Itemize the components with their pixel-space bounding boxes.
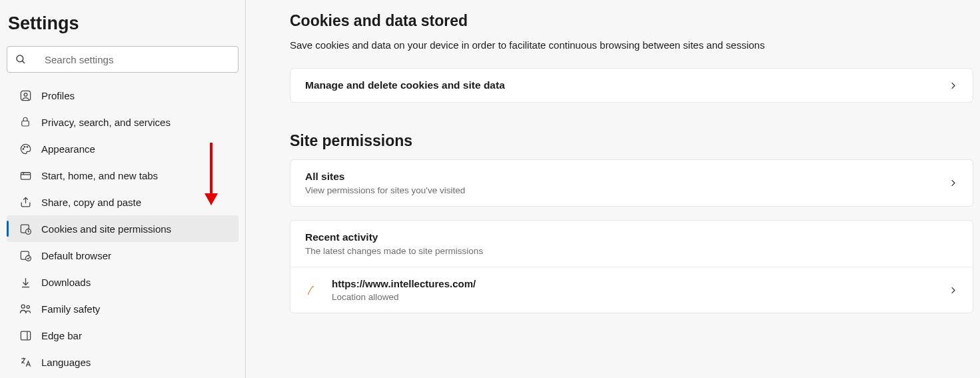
sidebar-item-cookies[interactable]: Cookies and site permissions (7, 215, 239, 242)
all-sites-row[interactable]: All sites View permissions for sites you… (290, 160, 973, 206)
sidebar-item-default-browser[interactable]: Default browser (7, 242, 239, 269)
svg-rect-20 (21, 331, 30, 340)
sidebar-item-label: Share, copy and paste (41, 197, 141, 208)
sidebar-item-label: Default browser (41, 250, 111, 261)
search-box[interactable] (7, 46, 239, 73)
cookies-section-title: Cookies and data stored (290, 12, 973, 30)
sidebar-item-label: Privacy, search, and services (41, 117, 171, 128)
sidebar-item-family[interactable]: Family safety (7, 295, 239, 322)
cookies-permissions-icon (19, 222, 32, 235)
svg-point-6 (24, 146, 25, 147)
palette-icon (19, 142, 32, 155)
sidebar-item-label: Start, home, and new tabs (41, 170, 158, 181)
manage-cookies-row[interactable]: Manage and delete cookies and site data (290, 69, 973, 102)
profile-icon (19, 89, 32, 102)
svg-rect-2 (21, 91, 30, 100)
all-sites-card: All sites View permissions for sites you… (290, 159, 973, 207)
svg-point-7 (27, 146, 28, 147)
sidebar-item-privacy[interactable]: Privacy, search, and services (7, 109, 239, 135)
manage-cookies-card: Manage and delete cookies and site data (290, 68, 973, 103)
all-sites-title: All sites (305, 171, 948, 183)
search-input[interactable] (45, 54, 231, 65)
recent-activity-card: Recent activity The latest changes made … (290, 220, 973, 313)
svg-rect-4 (22, 121, 29, 127)
svg-point-3 (24, 93, 27, 96)
languages-icon (19, 355, 32, 369)
svg-point-18 (21, 305, 25, 308)
recent-activity-title: Recent activity (305, 231, 958, 243)
svg-rect-8 (21, 172, 30, 179)
family-icon (19, 302, 32, 315)
chevron-right-icon (948, 81, 958, 91)
sidebar-item-label: Appearance (41, 143, 95, 155)
svg-point-19 (27, 305, 29, 308)
svg-line-1 (22, 61, 25, 63)
browser-icon (19, 249, 32, 262)
share-icon (19, 195, 32, 209)
sidebar-item-appearance[interactable]: Appearance (7, 135, 239, 162)
sidebar-item-label: Profiles (41, 90, 75, 101)
manage-cookies-label: Manage and delete cookies and site data (305, 79, 948, 91)
download-icon (19, 275, 32, 289)
sidebar-item-label: Edge bar (41, 330, 82, 341)
permissions-section-title: Site permissions (290, 132, 973, 150)
lock-icon (19, 115, 32, 129)
recent-site-status: Location allowed (332, 292, 948, 302)
settings-nav: Profiles Privacy, search, and services A… (0, 82, 245, 375)
sidebar-item-share[interactable]: Share, copy and paste (7, 189, 239, 215)
search-icon (14, 53, 27, 66)
recent-site-url: https://www.intellectures.com/ (332, 278, 948, 289)
sidebar-item-label: Cookies and site permissions (41, 223, 171, 235)
chevron-right-icon (948, 178, 958, 188)
chevron-right-icon (948, 285, 958, 295)
tabs-icon (19, 169, 32, 182)
recent-activity-header: Recent activity The latest changes made … (290, 221, 973, 267)
sidebar-item-languages[interactable]: Languages (7, 349, 239, 375)
recent-activity-sub: The latest changes made to site permissi… (305, 246, 958, 256)
settings-main: Cookies and data stored Save cookies and… (246, 0, 980, 378)
svg-point-5 (23, 148, 24, 149)
settings-sidebar: Settings Profiles Privacy, search, a (0, 0, 246, 378)
page-title: Settings (0, 13, 245, 46)
sidebar-item-profiles[interactable]: Profiles (7, 82, 239, 109)
recent-site-row[interactable]: https://www.intellectures.com/ Location … (290, 267, 973, 313)
sidebar-item-downloads[interactable]: Downloads (7, 269, 239, 295)
sidebar-item-label: Downloads (41, 277, 91, 288)
svg-point-0 (17, 55, 23, 62)
site-favicon-icon (305, 284, 318, 296)
sidebar-item-label: Languages (41, 357, 91, 368)
sidebar-item-start[interactable]: Start, home, and new tabs (7, 162, 239, 189)
sidebar-item-edge-bar[interactable]: Edge bar (7, 322, 239, 349)
sidebar-item-label: Family safety (41, 303, 100, 315)
all-sites-sub: View permissions for sites you've visite… (305, 185, 948, 195)
sidebar-panel-icon (19, 329, 32, 342)
cookies-section-desc: Save cookies and data on your device in … (290, 39, 973, 51)
